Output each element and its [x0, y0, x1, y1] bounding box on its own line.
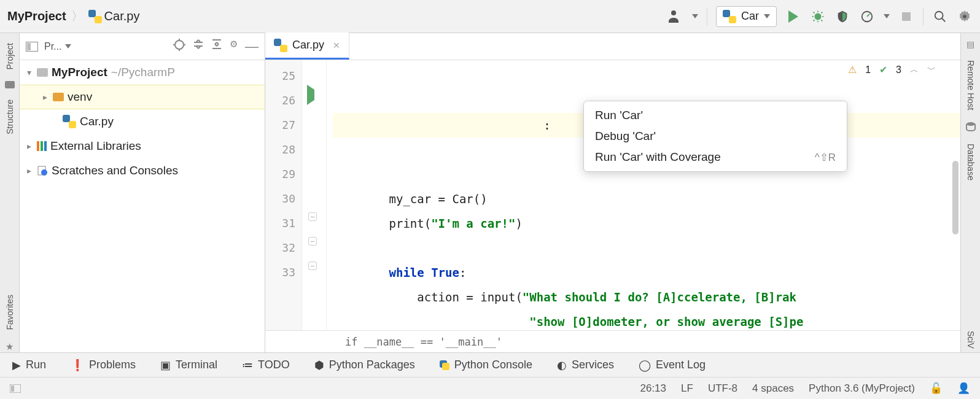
fold-icon[interactable]: – — [308, 237, 317, 246]
folder-icon — [37, 68, 48, 77]
tab-database[interactable]: Database — [966, 140, 976, 184]
tree-root-path: ~/PycharmP — [111, 66, 175, 79]
tool-todo[interactable]: ≔TODO — [242, 358, 290, 372]
user-icon[interactable] — [667, 9, 683, 25]
menu-debug[interactable]: Debug 'Car' — [584, 126, 847, 147]
line-number[interactable]: 29 — [265, 162, 295, 187]
code-line: my_car = Car() — [333, 192, 488, 206]
line-number[interactable]: 33 — [265, 260, 295, 285]
tool-problems[interactable]: ❗Problems — [71, 358, 136, 372]
code-token: print( — [333, 217, 431, 230]
tool-python-packages[interactable]: ⬢Python Packages — [314, 358, 415, 372]
run-button[interactable] — [785, 9, 801, 25]
line-number[interactable]: 32 — [265, 236, 295, 260]
status-encoding[interactable]: UTF-8 — [708, 382, 737, 395]
python-file-icon — [63, 115, 76, 128]
menu-coverage[interactable]: Run 'Car' with Coverage ^⇧R — [584, 147, 847, 168]
tab-favorites[interactable]: Favorites — [5, 291, 15, 334]
panel-title[interactable]: Pr... — [44, 41, 61, 52]
tool-run[interactable]: ▶Run — [12, 358, 46, 372]
python-icon — [723, 10, 736, 23]
run-context-menu: Run 'Car' Debug 'Car' Run 'Car' with Cov… — [583, 101, 847, 172]
tool-services[interactable]: ◐Services — [557, 358, 614, 372]
menu-shortcut: ^⇧R — [815, 151, 836, 164]
svg-point-6 — [175, 41, 184, 49]
keyword: True — [431, 266, 459, 279]
svg-point-8 — [41, 169, 47, 176]
tab-structure[interactable]: Structure — [5, 96, 15, 138]
expand-all-icon[interactable] — [193, 39, 204, 55]
line-number[interactable]: 25 — [265, 64, 295, 88]
minimize-icon[interactable]: — — [245, 39, 259, 55]
label: Python Packages — [329, 358, 415, 371]
python-file-icon — [274, 39, 287, 52]
line-number[interactable]: 30 — [265, 187, 295, 211]
svg-point-0 — [815, 13, 822, 20]
chevron-down-icon[interactable] — [692, 14, 698, 18]
scrollbar-thumb[interactable] — [952, 161, 959, 234]
gear-icon[interactable]: ⚙ — [230, 39, 238, 55]
menu-run[interactable]: Run 'Car' — [584, 105, 847, 126]
line-number[interactable]: 28 — [265, 138, 295, 162]
run-config-selector[interactable]: Car — [716, 6, 777, 27]
gutter-marker-column[interactable]: – – – — [302, 60, 327, 330]
collapse-all-icon[interactable] — [211, 39, 222, 55]
scratches-icon — [37, 165, 48, 176]
label: Event Log — [656, 358, 706, 371]
fold-icon[interactable]: – — [308, 212, 317, 221]
line-number[interactable]: 31 — [265, 211, 295, 236]
chevron-down-icon[interactable]: ▾ — [25, 68, 33, 77]
status-position[interactable]: 26:13 — [640, 382, 666, 395]
label: Services — [572, 358, 614, 371]
profile-button[interactable] — [859, 9, 875, 25]
line-gutter[interactable]: 25 26 27 28 29 30 31 32 33 — [265, 60, 302, 330]
tree-file-car[interactable]: Car.py — [20, 109, 265, 134]
window-icon — [26, 42, 38, 52]
fold-icon[interactable]: – — [308, 261, 317, 270]
code-token: : — [543, 118, 550, 132]
tool-python-console[interactable]: Python Console — [440, 358, 532, 371]
breadcrumb[interactable]: MyProject 〉 Car.py — [7, 8, 139, 25]
tab-project[interactable]: Project — [5, 39, 15, 74]
lock-icon[interactable]: 🔓 — [930, 382, 943, 395]
gear-icon[interactable] — [957, 9, 973, 25]
tool-windows-icon[interactable] — [10, 384, 21, 393]
editor-tab-car[interactable]: Car.py ✕ — [265, 33, 349, 60]
status-indent[interactable]: 4 spaces — [752, 382, 794, 395]
inspect-icon[interactable]: 👤 — [957, 382, 970, 395]
tree-root-label: MyProject — [52, 66, 107, 79]
folder-icon — [53, 93, 64, 101]
chevron-right-icon[interactable]: ▸ — [41, 92, 49, 102]
tree-scratches[interactable]: ▸ Scratches and Consoles — [20, 158, 265, 183]
line-number[interactable]: 26 — [265, 88, 295, 113]
tree-root[interactable]: ▾ MyProject ~/PycharmP — [20, 60, 265, 85]
close-icon[interactable]: ✕ — [333, 41, 340, 50]
line-number[interactable]: 27 — [265, 113, 295, 138]
project-tree[interactable]: ▾ MyProject ~/PycharmP ▸ venv Car.py ▸ E… — [20, 60, 265, 352]
status-line-ending[interactable]: LF — [681, 382, 693, 395]
search-icon[interactable] — [932, 9, 948, 25]
chevron-right-icon[interactable]: ▸ — [25, 166, 33, 176]
tree-external-libraries[interactable]: ▸ External Libraries — [20, 134, 265, 158]
breadcrumb-file[interactable]: Car.py — [104, 9, 140, 23]
tree-venv[interactable]: ▸ venv — [20, 85, 265, 109]
status-interpreter[interactable]: Python 3.6 (MyProject) — [809, 382, 915, 395]
breadcrumb-project[interactable]: MyProject — [7, 9, 66, 23]
run-gutter-icon[interactable] — [307, 90, 314, 100]
tool-event-log[interactable]: ◯Event Log — [639, 358, 706, 372]
stop-button[interactable] — [898, 9, 914, 25]
editor-breadcrumb[interactable]: if __name__ == '__main__' — [265, 330, 960, 352]
tool-terminal[interactable]: ▣Terminal — [160, 358, 217, 372]
python-icon — [440, 360, 449, 370]
debug-button[interactable] — [810, 9, 826, 25]
coverage-button[interactable] — [834, 9, 850, 25]
chevron-down-icon — [764, 14, 770, 18]
tab-sciview[interactable]: SciV — [966, 327, 976, 352]
locate-icon[interactable] — [173, 39, 185, 55]
chevron-down-icon[interactable] — [65, 44, 71, 48]
chevron-down-icon[interactable] — [884, 14, 890, 18]
tab-remote-host[interactable]: Remote Host — [966, 56, 976, 114]
label: Run — [26, 358, 46, 371]
project-panel-header: Pr... ⚙ — — [20, 33, 265, 60]
chevron-right-icon[interactable]: ▸ — [25, 141, 33, 151]
